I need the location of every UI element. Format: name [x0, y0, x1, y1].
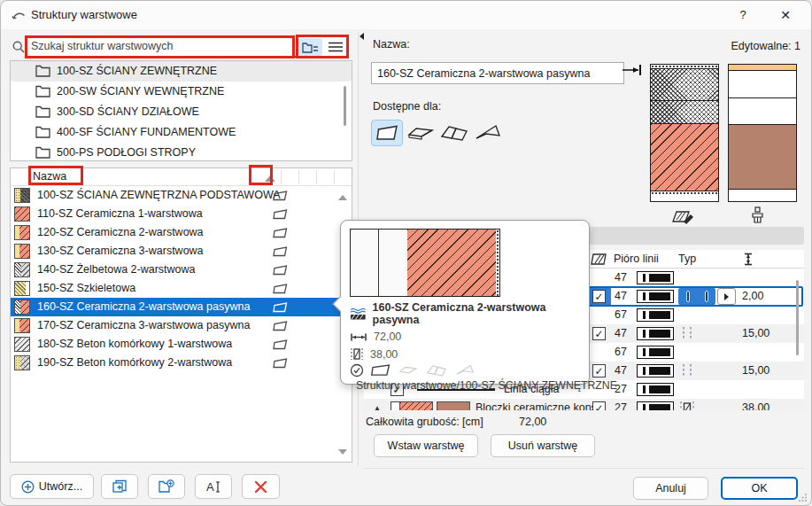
search-icon — [12, 40, 26, 54]
separator-type-bars[interactable] — [678, 288, 715, 305]
type-cell[interactable] — [678, 288, 736, 305]
pen-swatch[interactable] — [637, 308, 674, 322]
folder-tree-item[interactable]: 400-SF ŚCIANY FUNDAMENTOWE — [11, 122, 352, 143]
pen-checkbox[interactable]: ✓ — [592, 327, 606, 340]
list-view-toggle[interactable] — [323, 38, 347, 56]
create-button[interactable]: Utwórz... — [10, 474, 94, 499]
pen-swatch[interactable] — [637, 290, 674, 303]
wall-icon — [273, 265, 288, 276]
composite-list-item[interactable]: 120-SZ Ceramiczna 2-warstwowa — [11, 223, 352, 242]
pen-check-cell[interactable]: ✓ — [587, 324, 611, 343]
composite-swatch — [14, 262, 30, 277]
composite-swatch — [14, 225, 30, 240]
list-header-name[interactable]: Nazwa — [33, 170, 66, 183]
layer-table-row[interactable]: ▲▼ Bloczki ceramiczne konstr ✓ 27 38,00 — [364, 399, 804, 410]
composite-tooltip: 160-SZ Ceramiczna 2-warstwowa pasywna 72… — [340, 220, 590, 385]
available-slab-toggle[interactable] — [405, 120, 437, 146]
remove-layer-button[interactable]: Usuń warstwę — [491, 434, 595, 457]
tree-scrollbar[interactable] — [344, 86, 346, 126]
list-scroll-up[interactable] — [338, 195, 347, 200]
cancel-button[interactable]: Anuluj — [633, 477, 708, 500]
pen-checkbox[interactable]: ✓ — [592, 364, 606, 378]
composite-list-item[interactable]: 180-SZ Beton komórkowy 1-warstwowa — [11, 335, 352, 354]
composite-swatch — [14, 206, 30, 222]
type-column-header[interactable]: Typ — [678, 253, 696, 265]
table-scrollbar[interactable] — [796, 280, 799, 355]
composite-name-input[interactable] — [371, 62, 624, 84]
composite-name: 150-SZ Szkieletowa — [37, 279, 135, 298]
pen-swatch[interactable] — [637, 383, 674, 396]
thickness-value[interactable]: 2,00 — [742, 290, 763, 302]
composite-list-item[interactable]: 190-SZ Beton komórkowy 2-warstwowa — [11, 354, 352, 372]
wall-icon — [273, 358, 288, 369]
folder-icon — [35, 65, 50, 77]
fill-pen-icon[interactable] — [671, 208, 694, 225]
rename-button[interactable]: A — [195, 474, 232, 499]
thickness-value[interactable]: 15,00 — [742, 364, 769, 377]
composite-swatch — [14, 300, 30, 315]
composite-list-item[interactable]: 160-SZ Ceramiczna 2-warstwowa pasywna — [11, 298, 352, 316]
folder-tree-item[interactable]: 100-SZ ŚCIANY ZEWNĘTRZNE — [11, 61, 352, 82]
available-wall-toggle[interactable] — [371, 120, 403, 146]
composite-list-item[interactable]: 150-SZ Szkieletowa — [11, 279, 352, 298]
composite-list: Nazwa 100-SZ ŚCIANA ZEWNĘTRZNA PODSTAWOW… — [10, 167, 352, 463]
folder-label: 200-SW ŚCIANY WEWNĘTRZNE — [57, 85, 224, 97]
paintbrush-icon[interactable] — [750, 206, 765, 226]
composite-swatch — [14, 318, 30, 333]
tooltip-width-value: 72,00 — [374, 331, 401, 343]
type-cell[interactable] — [678, 362, 696, 379]
folder-tree-item[interactable]: 200-SW ŚCIANY WEWNĘTRZNE — [11, 82, 352, 102]
tree-view-toggle[interactable] — [298, 38, 322, 56]
available-shell-toggle[interactable] — [472, 120, 504, 146]
sort-ascending-icon[interactable] — [265, 175, 275, 182]
folder-tree-item[interactable]: 500-PS PODŁOGI STROPY — [11, 143, 352, 161]
type-dotted-icon — [678, 363, 696, 378]
slab-icon — [407, 124, 434, 142]
pen-check-cell[interactable]: ✓ — [587, 399, 611, 410]
available-roof-toggle[interactable] — [438, 120, 470, 146]
ok-button[interactable]: OK — [721, 477, 798, 500]
help-button[interactable]: ? — [726, 1, 760, 29]
collapse-pane-icon[interactable] — [360, 33, 364, 40]
thickness-value[interactable]: 38,00 — [742, 401, 769, 410]
composite-list-item[interactable]: 110-SZ Ceramiczna 1-warstwowa — [11, 205, 352, 223]
pen-check-cell[interactable]: ✓ — [587, 287, 611, 306]
type-dropdown-button[interactable] — [717, 288, 736, 305]
pen-swatch[interactable] — [637, 327, 674, 340]
pen-swatch[interactable] — [637, 401, 674, 410]
pen-check-cell[interactable]: ✓ — [587, 362, 611, 380]
delete-x-icon — [254, 480, 267, 494]
tooltip-folder-path: Struktury warstwowe/100-SZ ŚCIANY ZEWNĘT… — [356, 379, 617, 392]
pen-swatch[interactable] — [637, 346, 674, 359]
name-label: Nazwa: — [373, 38, 410, 51]
new-folder-button[interactable] — [148, 474, 185, 499]
shell-icon — [475, 124, 501, 142]
composite-list-item[interactable]: 130-SZ Ceramiczna 3-warstwowa — [11, 242, 352, 261]
thickness-value[interactable]: 15,00 — [742, 327, 769, 339]
composite-list-item[interactable]: 140-SZ Żelbetowa 2-warstwowa — [11, 261, 352, 279]
composite-list-item[interactable]: 170-SZ Ceramiczna 3-warstwowa pasywna — [11, 316, 352, 335]
close-button[interactable]: ✕ — [769, 1, 802, 29]
pen-number: 67 — [615, 346, 627, 358]
duplicate-button[interactable] — [101, 474, 138, 499]
list-scroll-down[interactable] — [338, 449, 347, 455]
search-input[interactable] — [29, 37, 286, 55]
delete-button[interactable] — [242, 474, 280, 499]
row-move-handle[interactable]: ▲▼ — [373, 402, 382, 410]
type-cell[interactable] — [678, 400, 696, 410]
composite-list-item[interactable]: 100-SZ ŚCIANA ZEWNĘTRZNA PODSTAWOWA — [11, 186, 352, 205]
type-cell[interactable] — [678, 325, 696, 342]
folder-tree-item[interactable]: 300-SD ŚCIANY DZIAŁOWE — [11, 102, 352, 122]
resize-grip[interactable] — [798, 493, 808, 502]
pen-checkbox[interactable]: ✓ — [592, 290, 606, 303]
pen-swatch[interactable] — [637, 271, 674, 284]
tree-view-icon — [302, 41, 319, 54]
pen-column-header[interactable]: Pióro linii — [614, 253, 659, 265]
insert-layer-button[interactable]: Wstaw warstwę — [374, 434, 478, 457]
pen-swatch[interactable] — [637, 364, 674, 378]
list-header: Nazwa — [11, 168, 352, 186]
pen-checkbox[interactable]: ✓ — [592, 401, 606, 410]
composite-swatch — [14, 337, 30, 352]
composite-name: 130-SZ Ceramiczna 3-warstwowa — [37, 242, 204, 261]
composites-dialog: Struktury warstwowe ? ✕ 100-SZ ŚCIANY ZE… — [0, 0, 812, 506]
